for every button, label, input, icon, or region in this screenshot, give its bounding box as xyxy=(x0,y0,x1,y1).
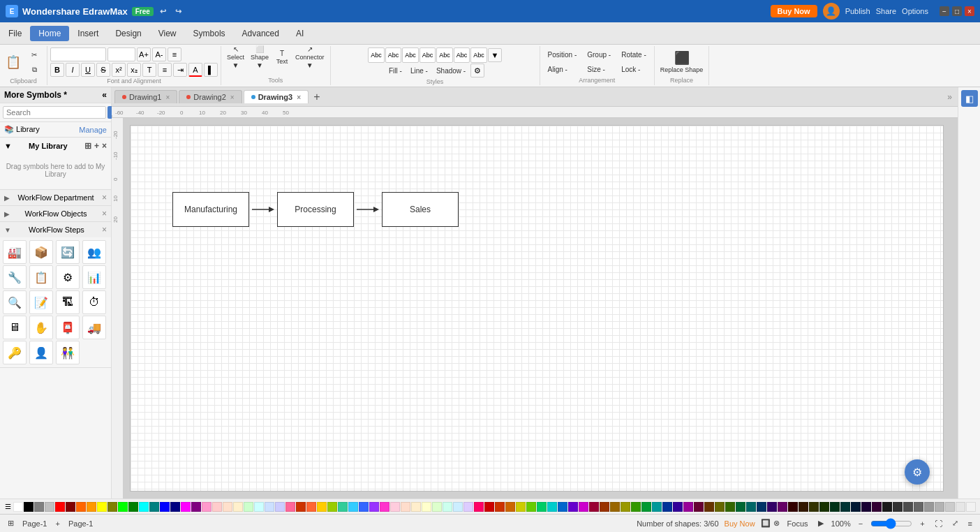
color-swatch-25[interactable] xyxy=(275,502,285,512)
color-swatch-61[interactable] xyxy=(652,502,662,512)
color-swatch-22[interactable] xyxy=(244,502,253,512)
color-swatch-4[interactable] xyxy=(55,502,65,512)
symbol-8[interactable]: 📊 xyxy=(82,265,106,289)
color-swatch-6[interactable] xyxy=(76,502,86,512)
color-swatch-85[interactable] xyxy=(903,502,913,512)
manage-link[interactable]: Manage xyxy=(79,126,107,134)
color-swatch-46[interactable] xyxy=(495,502,505,512)
text-more-btn[interactable]: T xyxy=(142,63,156,77)
my-library-add-icon[interactable]: ⊞ xyxy=(84,141,91,151)
symbol-12[interactable]: ⏱ xyxy=(82,290,106,314)
group-btn[interactable]: Group - xyxy=(582,47,616,61)
color-swatch-31[interactable] xyxy=(338,502,348,512)
zoom-slider[interactable] xyxy=(870,518,912,529)
tab-close-2[interactable]: × xyxy=(230,94,235,101)
style-abc-7[interactable]: Abc xyxy=(470,47,487,63)
menu-design[interactable]: Design xyxy=(107,26,149,41)
color-swatch-14[interactable] xyxy=(160,502,170,512)
style-abc-3[interactable]: Abc xyxy=(402,47,419,63)
menu-ai[interactable]: AI xyxy=(288,26,312,41)
color-swatch-89[interactable] xyxy=(945,502,955,512)
color-swatch-88[interactable] xyxy=(935,502,944,512)
color-swatch-43[interactable] xyxy=(463,502,473,512)
workflow-department-header[interactable]: ▶ WorkFlow Department × xyxy=(0,190,111,205)
highlight-btn[interactable]: ▌ xyxy=(204,63,218,77)
add-tab-button[interactable]: + xyxy=(310,90,324,104)
color-swatch-32[interactable] xyxy=(348,502,358,512)
select-btn[interactable]: ↖ Select ▼ xyxy=(224,47,247,67)
color-swatch-72[interactable] xyxy=(767,502,777,512)
shadow-btn[interactable]: Shadow - xyxy=(433,64,469,77)
color-swatch-50[interactable] xyxy=(537,502,547,512)
color-swatch-17[interactable] xyxy=(191,502,201,512)
fullscreen-btn[interactable]: ⤢ xyxy=(950,518,960,529)
color-swatch-73[interactable] xyxy=(778,502,787,512)
status-grid-icon[interactable]: ⊞ xyxy=(6,518,16,529)
color-swatch-0[interactable] xyxy=(13,502,23,512)
menu-symbols[interactable]: Symbols xyxy=(185,26,234,41)
color-swatch-3[interactable] xyxy=(45,502,54,512)
color-swatch-62[interactable] xyxy=(662,502,672,512)
align-btn[interactable]: ≡ xyxy=(168,47,181,61)
tab-drawing2[interactable]: Drawing2 × xyxy=(179,90,242,103)
color-swatch-84[interactable] xyxy=(893,502,903,512)
color-swatch-82[interactable] xyxy=(872,502,882,512)
color-swatch-34[interactable] xyxy=(369,502,379,512)
symbol-6[interactable]: 📋 xyxy=(29,265,53,289)
color-swatch-65[interactable] xyxy=(694,502,704,512)
share-button[interactable]: Share xyxy=(876,7,896,15)
color-swatch-20[interactable] xyxy=(223,502,232,512)
workflow-department-close-icon[interactable]: × xyxy=(102,193,107,202)
tab-drawing1[interactable]: Drawing1 × xyxy=(114,90,177,103)
maximize-button[interactable]: □ xyxy=(952,6,962,16)
symbol-16[interactable]: 🚚 xyxy=(82,316,106,339)
color-swatch-40[interactable] xyxy=(432,502,442,512)
color-swatch-28[interactable] xyxy=(306,502,316,512)
color-swatch-11[interactable] xyxy=(128,502,138,512)
color-swatch-78[interactable] xyxy=(830,502,840,512)
color-swatch-36[interactable] xyxy=(390,502,400,512)
color-swatch-81[interactable] xyxy=(861,502,871,512)
color-swatch-18[interactable] xyxy=(202,502,211,512)
minimize-button[interactable]: − xyxy=(940,6,949,16)
color-swatch-68[interactable] xyxy=(725,502,735,512)
style-abc-4[interactable]: Abc xyxy=(420,47,436,63)
font-size-input[interactable]: 12 xyxy=(107,47,135,61)
symbol-4[interactable]: 👥 xyxy=(82,240,106,264)
color-swatch-33[interactable] xyxy=(359,502,369,512)
publish-button[interactable]: Publish xyxy=(845,7,870,15)
color-swatch-42[interactable] xyxy=(453,502,463,512)
color-swatch-77[interactable] xyxy=(819,502,829,512)
palette-menu-icon[interactable]: ☰ xyxy=(3,502,13,512)
color-swatch-53[interactable] xyxy=(568,502,578,512)
size-btn[interactable]: Size - xyxy=(582,62,616,76)
rotate-btn[interactable]: Rotate - xyxy=(616,47,651,61)
shape-sales[interactable]: Sales xyxy=(382,192,459,227)
cut-btn[interactable]: ✂ xyxy=(24,47,44,61)
font-size-increase-btn[interactable]: A+ xyxy=(137,47,151,61)
fill-btn[interactable]: Fill - xyxy=(385,64,406,77)
font-color-btn[interactable]: A xyxy=(188,63,202,77)
color-swatch-67[interactable] xyxy=(715,502,725,512)
color-swatch-9[interactable] xyxy=(107,502,117,512)
redo-btn[interactable]: ↪ xyxy=(173,6,184,17)
color-swatch-30[interactable] xyxy=(327,502,337,512)
menu-home[interactable]: Home xyxy=(30,26,69,41)
color-swatch-29[interactable] xyxy=(317,502,327,512)
color-swatch-66[interactable] xyxy=(704,502,714,512)
color-swatch-47[interactable] xyxy=(505,502,515,512)
color-swatch-59[interactable] xyxy=(631,502,641,512)
color-swatch-70[interactable] xyxy=(746,502,756,512)
font-size-decrease-btn[interactable]: A- xyxy=(152,47,166,61)
right-panel-btn-1[interactable]: ◧ xyxy=(961,90,978,107)
status-icon-1[interactable]: 🔲 xyxy=(761,519,771,528)
color-swatch-2[interactable] xyxy=(34,502,44,512)
menu-view[interactable]: View xyxy=(150,26,185,41)
color-swatch-58[interactable] xyxy=(621,502,630,512)
color-swatch-15[interactable] xyxy=(170,502,180,512)
style-abc-5[interactable]: Abc xyxy=(436,47,453,63)
subscript-btn[interactable]: x₂ xyxy=(127,63,141,77)
workflow-objects-close-icon[interactable]: × xyxy=(102,209,107,219)
color-swatch-64[interactable] xyxy=(683,502,693,512)
shape-btn[interactable]: ⬜ Shape ▼ xyxy=(248,47,272,67)
